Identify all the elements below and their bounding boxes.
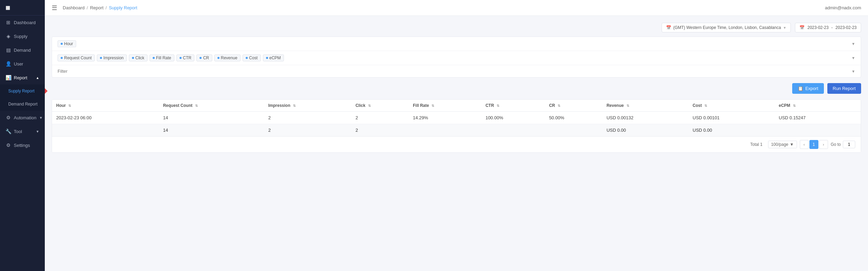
chevron-down-icon: ▼ [790, 142, 794, 147]
per-page-selector[interactable]: 100/page ▼ [768, 141, 797, 148]
goto-label: Go to [831, 142, 841, 147]
sidebar-item-tool[interactable]: 🔧 Tool ▼ [0, 124, 45, 138]
sidebar-item-label: Tool [14, 129, 22, 134]
sidebar-item-report[interactable]: 📊 Report ▲ [0, 71, 45, 84]
group-by-expand-icon[interactable]: ▼ [851, 42, 855, 46]
metric-tag-cr[interactable]: CR [196, 54, 212, 61]
cell-summary-cr [545, 124, 602, 137]
active-indicator [45, 88, 48, 94]
next-page-button[interactable]: › [819, 140, 828, 149]
metrics-expand-icon[interactable]: ▼ [851, 56, 855, 60]
sidebar-item-label: Supply [14, 34, 28, 39]
hamburger-icon[interactable]: ☰ [52, 4, 57, 12]
cell-cr: 50.00% [545, 112, 602, 124]
tag-dot [61, 57, 63, 59]
metric-tag-request-count[interactable]: Request Count [58, 54, 95, 61]
prev-page-button[interactable]: ‹ [800, 140, 809, 149]
cell-summary-impression: 2 [264, 124, 351, 137]
sidebar-item-label: Demand [14, 48, 31, 53]
metric-tag-click[interactable]: Click [129, 54, 147, 61]
cell-summary-cost: USD 0.00 [688, 124, 775, 137]
metric-tag-ecpm[interactable]: eCPM [263, 54, 284, 61]
header: ☰ Dashboard / Report / Supply Report adm… [45, 0, 868, 16]
breadcrumb: Dashboard / Report / Supply Report [63, 5, 137, 10]
breadcrumb-sep1: / [87, 5, 88, 10]
metric-label: CTR [183, 56, 192, 60]
sidebar-item-supply-report[interactable]: Supply Report [0, 84, 45, 98]
col-cost[interactable]: Cost ⇅ [688, 100, 775, 112]
goto-page: Go to [831, 141, 855, 148]
col-cr[interactable]: CR ⇅ [545, 100, 602, 112]
sort-icon: ⇅ [704, 104, 707, 108]
metric-label: Request Count [64, 56, 92, 60]
col-request-count[interactable]: Request Count ⇅ [159, 100, 264, 112]
metric-tag-revenue[interactable]: Revenue [214, 54, 241, 61]
sort-icon: ⇅ [368, 104, 371, 108]
col-fill-rate[interactable]: Fill Rate ⇅ [409, 100, 481, 112]
sidebar-item-settings[interactable]: ⚙ Settings [0, 138, 45, 152]
sidebar-sub-label: Supply Report [8, 89, 34, 93]
chevron-down-icon: ▼ [36, 130, 39, 133]
automation-icon: ⚙ [6, 115, 11, 120]
sidebar-sub-label: Demand Report [8, 102, 38, 107]
col-impression[interactable]: Impression ⇅ [264, 100, 351, 112]
demand-icon: ▤ [6, 47, 11, 53]
sidebar-item-user[interactable]: 👤 User [0, 57, 45, 71]
page-1-button[interactable]: 1 [809, 140, 818, 149]
report-icon: 📊 [6, 75, 11, 80]
cell-impression: 2 [264, 112, 351, 124]
col-ctr[interactable]: CTR ⇅ [481, 100, 545, 112]
sort-icon: ⇅ [431, 104, 434, 108]
breadcrumb-dashboard[interactable]: Dashboard [63, 5, 85, 10]
sidebar-item-automation[interactable]: ⚙ Automation ▼ [0, 111, 45, 124]
group-by-label: Hour [64, 41, 73, 46]
tag-dot [180, 57, 182, 59]
calendar-icon: 📅 [799, 25, 805, 30]
sidebar-item-demand[interactable]: ▤ Demand [0, 43, 45, 57]
goto-input[interactable] [843, 141, 855, 148]
metric-label: eCPM [269, 56, 281, 60]
filter-expand-icon[interactable]: ▼ [851, 69, 855, 73]
metric-tag-ctr[interactable]: CTR [176, 54, 195, 61]
metric-tag-cost[interactable]: Cost [243, 54, 261, 61]
col-hour[interactable]: Hour ⇅ [52, 100, 159, 112]
cell-summary-ctr [481, 124, 545, 137]
export-button[interactable]: 📋 Export [792, 83, 824, 94]
filter-input[interactable] [58, 69, 851, 74]
metric-label: Click [135, 56, 144, 60]
export-icon: 📋 [798, 86, 803, 91]
sidebar: ▦ ⊞ Dashboard ◈ Supply ▤ Demand 👤 User 📊… [0, 0, 45, 271]
sidebar-item-label: Dashboard [14, 20, 36, 25]
sort-icon: ⇅ [793, 104, 796, 108]
settings-icon: ⚙ [6, 142, 11, 148]
col-click[interactable]: Click ⇅ [351, 100, 409, 112]
metric-tag-impression[interactable]: Impression [97, 54, 127, 61]
cell-hour: 2023-02-23 06:00 [52, 112, 159, 124]
chevron-up-icon: ▲ [36, 76, 39, 80]
cell-summary-request-count: 14 [159, 124, 264, 137]
date-range-picker[interactable]: 📅 2023-02-23 - 2023-02-23 [795, 23, 861, 32]
sidebar-sub-report: Supply Report Demand Report [0, 84, 45, 111]
sidebar-item-label: Settings [14, 143, 30, 148]
metrics-row: Request Count Impression Click Fill Rate… [52, 51, 861, 65]
timezone-label: (GMT) Western Europe Time, London, Lisbo… [673, 25, 781, 30]
group-by-hour-tag[interactable]: Hour [58, 40, 76, 47]
tag-dot [100, 57, 102, 59]
filter-panel: Hour ▼ Request Count Impression Click [52, 37, 861, 78]
timezone-selector[interactable]: 📅 (GMT) Western Europe Time, London, Lis… [662, 23, 791, 32]
sidebar-logo: ▦ [0, 0, 45, 16]
sidebar-item-demand-report[interactable]: Demand Report [0, 98, 45, 111]
cell-summary-click: 2 [351, 124, 409, 137]
metric-tag-fill-rate[interactable]: Fill Rate [150, 54, 174, 61]
run-report-button[interactable]: Run Report [827, 83, 861, 94]
sidebar-item-dashboard[interactable]: ⊞ Dashboard [0, 16, 45, 29]
breadcrumb-report[interactable]: Report [90, 5, 103, 10]
main-content: ☰ Dashboard / Report / Supply Report adm… [45, 0, 868, 271]
col-revenue[interactable]: Revenue ⇅ [602, 100, 688, 112]
sidebar-item-supply[interactable]: ◈ Supply [0, 29, 45, 43]
tool-icon: 🔧 [6, 129, 11, 134]
col-ecpm[interactable]: eCPM ⇅ [775, 100, 861, 112]
date-separator: - [831, 25, 833, 30]
breadcrumb-sep2: / [105, 5, 107, 10]
tag-dot [200, 57, 202, 59]
